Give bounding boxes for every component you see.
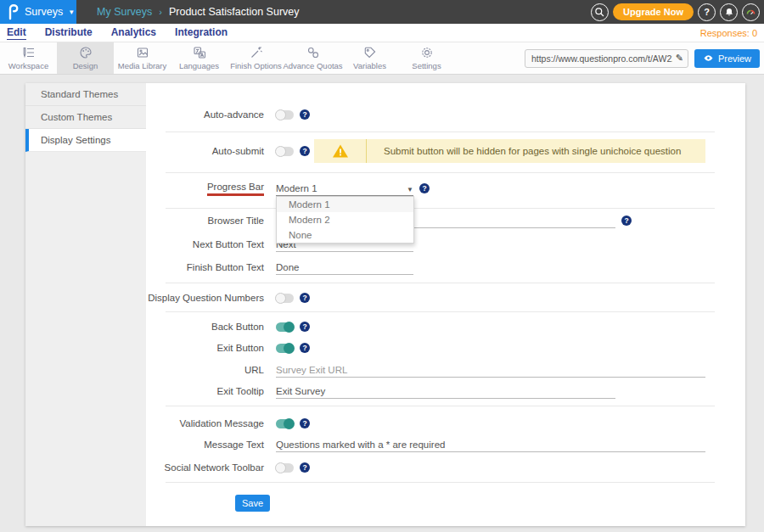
divider <box>166 311 715 312</box>
eye-icon <box>703 53 714 64</box>
auto-submit-warning: Submit button will be hidden for pages w… <box>314 139 705 163</box>
preview-label: Preview <box>718 53 751 64</box>
toolbar-item-design[interactable]: Design <box>57 42 114 74</box>
divider <box>166 283 715 283</box>
dropdown-option-modern-1[interactable]: Modern 1 <box>277 197 413 212</box>
divider <box>166 172 715 173</box>
survey-nav: Edit Distribute Analytics Integration Re… <box>0 24 764 42</box>
exit-button-toggle[interactable] <box>276 344 294 353</box>
warning-triangle-icon <box>332 143 349 159</box>
chain-links-icon <box>306 46 320 59</box>
survey-url[interactable]: https://www.questionpro.com/t/AW22Zh44 <box>531 53 672 64</box>
display-question-numbers-label: Display Question Numbers <box>146 293 264 303</box>
dropdown-option-modern-2[interactable]: Modern 2 <box>277 212 413 227</box>
workspace-icon <box>22 46 36 59</box>
edit-toolbar: Workspace Design Media Library Languages… <box>0 42 764 75</box>
toolbar-item-variables[interactable]: Variables <box>341 42 398 74</box>
design-settings-card: Standard Themes Custom Themes Display Se… <box>25 83 745 526</box>
chevron-down-icon: ▼ <box>68 8 75 16</box>
social-network-toolbar-toggle[interactable] <box>276 463 294 473</box>
search-button[interactable] <box>591 3 609 21</box>
notifications-button[interactable] <box>720 3 738 21</box>
progress-bar-value: Modern 1 <box>276 183 317 193</box>
back-button-toggle[interactable] <box>276 322 294 332</box>
exit-url-label: URL <box>146 365 264 375</box>
gear-icon <box>420 46 434 59</box>
display-question-numbers-toggle[interactable] <box>276 294 294 303</box>
product-menu-label: Surveys <box>25 6 63 18</box>
tab-distribute[interactable]: Distribute <box>45 26 93 39</box>
tab-edit[interactable]: Edit <box>7 26 26 40</box>
gauge-icon <box>745 7 756 18</box>
help-button[interactable]: ? <box>698 3 716 21</box>
red-annotation-underline: Progress Bar <box>207 182 264 196</box>
translate-icon <box>193 46 206 59</box>
validation-message-label: Validation Message <box>146 418 264 428</box>
toolbar-item-advance-quotas[interactable]: Advance Quotas <box>284 42 341 74</box>
auto-submit-label: Auto-submit <box>146 146 264 156</box>
browser-title-help-icon[interactable]: ? <box>621 216 632 226</box>
chevron-down-icon: ▼ <box>407 186 413 193</box>
sidebar-item-display-settings[interactable]: Display Settings <box>25 129 146 152</box>
display-settings-panel: Auto-advance ? Auto-submit ? S <box>146 83 745 526</box>
social-network-toolbar-label: Social Network Toolbar <box>146 462 264 473</box>
progress-bar-help-icon[interactable]: ? <box>419 183 430 193</box>
survey-url-box[interactable]: https://www.questionpro.com/t/AW22Zh44 ✎ <box>525 49 688 68</box>
finish-button-text-input[interactable]: Done <box>276 260 413 275</box>
dropdown-option-none[interactable]: None <box>277 227 413 243</box>
magic-wand-icon <box>250 46 263 59</box>
tag-icon <box>363 46 377 59</box>
display-question-numbers-help-icon[interactable]: ? <box>300 293 310 303</box>
validation-message-toggle[interactable] <box>276 419 294 428</box>
exit-button-help-icon[interactable]: ? <box>300 343 310 353</box>
auto-advance-toggle[interactable] <box>276 110 294 120</box>
save-button[interactable]: Save <box>235 495 270 512</box>
back-button-help-icon[interactable]: ? <box>300 322 310 332</box>
message-text-input[interactable]: Questions marked with a * are required <box>276 437 705 452</box>
toolbar-item-finish-options[interactable]: Finish Options <box>228 42 284 74</box>
breadcrumb-current: Product Satisfaction Survey <box>169 6 300 18</box>
auto-submit-help-icon[interactable]: ? <box>300 146 310 156</box>
product-switcher[interactable]: Surveys ▼ <box>0 0 76 24</box>
toolbar-item-workspace[interactable]: Workspace <box>0 42 57 74</box>
divider <box>166 482 715 483</box>
divider <box>166 406 715 406</box>
exit-button-label: Exit Button <box>146 343 264 353</box>
tab-analytics[interactable]: Analytics <box>111 26 156 39</box>
edit-url-icon[interactable]: ✎ <box>676 53 683 64</box>
social-network-toolbar-help-icon[interactable]: ? <box>300 462 310 473</box>
palette-icon <box>79 46 93 59</box>
auto-submit-toggle[interactable] <box>276 147 294 156</box>
exit-url-input[interactable]: Survey Exit URL <box>276 362 705 378</box>
divider <box>166 208 715 209</box>
sidebar-item-custom-themes[interactable]: Custom Themes <box>25 106 146 129</box>
next-button-text-label: Next Button Text <box>146 239 264 249</box>
toolbar-item-media-library[interactable]: Media Library <box>114 42 171 74</box>
auto-advance-label: Auto-advance <box>146 109 264 120</box>
validation-message-help-icon[interactable]: ? <box>300 418 310 428</box>
progress-bar-label: Progress Bar <box>146 182 264 196</box>
breadcrumb-separator-icon: › <box>159 7 162 17</box>
breadcrumb-parent[interactable]: My Surveys <box>97 6 152 18</box>
sidebar-item-standard-themes[interactable]: Standard Themes <box>25 83 146 106</box>
account-usage-button[interactable] <box>742 3 760 21</box>
browser-title-label: Browser Title <box>146 216 264 226</box>
upgrade-now-button[interactable]: Upgrade Now <box>613 3 694 20</box>
message-text-label: Message Text <box>146 440 264 450</box>
toolbar-item-settings[interactable]: Settings <box>398 42 455 74</box>
exit-tooltip-label: Exit Tooltip <box>146 386 264 396</box>
themes-sidebar: Standard Themes Custom Themes Display Se… <box>25 83 146 526</box>
bell-icon <box>724 7 734 17</box>
tab-integration[interactable]: Integration <box>175 26 228 39</box>
progress-bar-dropdown: Modern 1 Modern 2 None <box>276 196 414 244</box>
responses-count[interactable]: Responses: 0 <box>700 28 757 38</box>
toolbar-item-languages[interactable]: Languages <box>171 42 228 74</box>
finish-button-text-label: Finish Button Text <box>146 262 264 272</box>
exit-tooltip-input[interactable]: Exit Survey <box>276 384 615 399</box>
preview-button[interactable]: Preview <box>694 49 760 68</box>
divider <box>166 132 715 132</box>
progress-bar-select[interactable]: Modern 1 ▼ <box>276 181 413 196</box>
warning-message: Submit button will be hidden for pages w… <box>367 146 681 156</box>
search-icon <box>594 7 605 18</box>
auto-advance-help-icon[interactable]: ? <box>300 109 310 120</box>
